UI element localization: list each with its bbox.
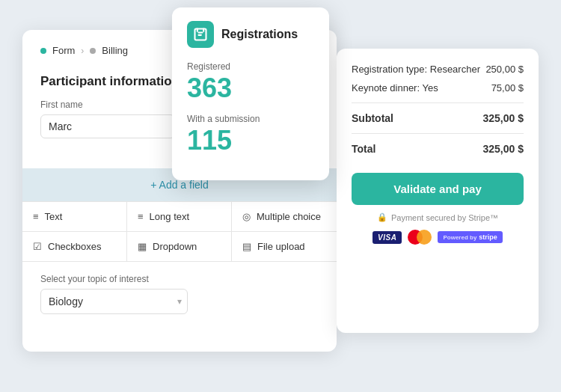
- text-icon: ≡: [33, 211, 39, 222]
- field-type-dropdown-label: Dropdown: [153, 241, 197, 252]
- billing-keynote-label: Keynote dinner: Yes: [352, 82, 438, 94]
- field-type-text[interactable]: ≡ Text: [22, 202, 127, 232]
- billing-subtotal-value: 325,00 $: [483, 112, 524, 124]
- field-type-multiplechoice[interactable]: ◎ Multiple choice: [232, 202, 337, 232]
- registrations-header: Registrations: [187, 21, 314, 48]
- fileupload-icon: ▤: [242, 241, 251, 252]
- registrations-popup: Registrations Registered 363 With a subm…: [172, 7, 329, 180]
- stripe-badge: Powered by stripe: [438, 231, 502, 243]
- billing-row-subtotal: Subtotal 325,00 $: [352, 112, 524, 124]
- visa-badge: VISA: [373, 231, 402, 244]
- mastercard-badge: [408, 230, 432, 245]
- billing-row-keynote: Keynote dinner: Yes 75,00 $: [352, 82, 524, 94]
- field-type-checkboxes[interactable]: ☑ Checkboxes: [22, 232, 127, 262]
- field-type-multiplechoice-label: Multiple choice: [257, 211, 321, 222]
- topic-section: Select your topic of interest ▾: [22, 262, 337, 326]
- topic-wrapper[interactable]: ▾: [40, 289, 188, 314]
- billing-card: Registration type: Researcher 250,00 $ K…: [337, 49, 539, 333]
- first-name-input[interactable]: [40, 114, 175, 138]
- step2-label: Billing: [102, 45, 128, 56]
- billing-keynote-value: 75,00 $: [491, 82, 524, 94]
- billing-row-total: Total 325,00 $: [352, 143, 524, 155]
- field-type-fileupload[interactable]: ▤ File upload: [232, 232, 337, 262]
- validate-pay-button[interactable]: Validate and pay: [352, 173, 524, 205]
- field-type-longtext-label: Long text: [150, 211, 190, 222]
- step2-dot: [90, 48, 96, 54]
- mc-circle-right: [417, 230, 432, 245]
- billing-total-value: 325,00 $: [483, 143, 524, 155]
- payment-secure-label: 🔒 Payment secured by Stripe™: [352, 212, 524, 222]
- dropdown-icon: ▦: [138, 241, 147, 252]
- field-type-dropdown[interactable]: ▦ Dropdown: [127, 232, 232, 262]
- billing-registration-label: Registration type: Researcher: [352, 64, 480, 75]
- billing-registration-value: 250,00 $: [485, 64, 524, 75]
- registered-label: Registered: [187, 61, 314, 72]
- checkboxes-icon: ☑: [33, 241, 42, 252]
- submission-value: 115: [187, 126, 314, 156]
- registrations-icon: [187, 21, 214, 48]
- field-type-longtext[interactable]: ≡ Long text: [127, 202, 232, 232]
- step1-dot: [40, 48, 46, 54]
- billing-row-registration: Registration type: Researcher 250,00 $: [352, 64, 524, 75]
- topic-input[interactable]: [40, 289, 188, 314]
- field-type-text-label: Text: [45, 211, 63, 222]
- registrations-title: Registrations: [221, 28, 298, 41]
- topic-label: Select your topic of interest: [40, 274, 319, 284]
- step1-label: Form: [52, 45, 75, 56]
- longtext-icon: ≡: [138, 211, 144, 222]
- billing-total-label: Total: [352, 143, 375, 155]
- chevron-down-icon: ▾: [177, 296, 182, 307]
- billing-divider-2: [352, 133, 524, 134]
- multiplechoice-icon: ◎: [242, 211, 251, 222]
- payment-badges: VISA Powered by stripe: [352, 230, 524, 245]
- lock-icon: 🔒: [377, 212, 387, 222]
- billing-subtotal-label: Subtotal: [352, 112, 393, 124]
- submission-label: With a submission: [187, 114, 314, 124]
- billing-divider-1: [352, 102, 524, 103]
- stripe-label: stripe: [479, 233, 497, 241]
- field-type-checkboxes-label: Checkboxes: [48, 241, 102, 252]
- field-types-grid: ≡ Text ≡ Long text ◎ Multiple choice ☑ C…: [22, 201, 337, 262]
- registered-value: 363: [187, 73, 314, 103]
- step-arrow: ›: [81, 46, 84, 56]
- field-type-fileupload-label: File upload: [257, 241, 305, 252]
